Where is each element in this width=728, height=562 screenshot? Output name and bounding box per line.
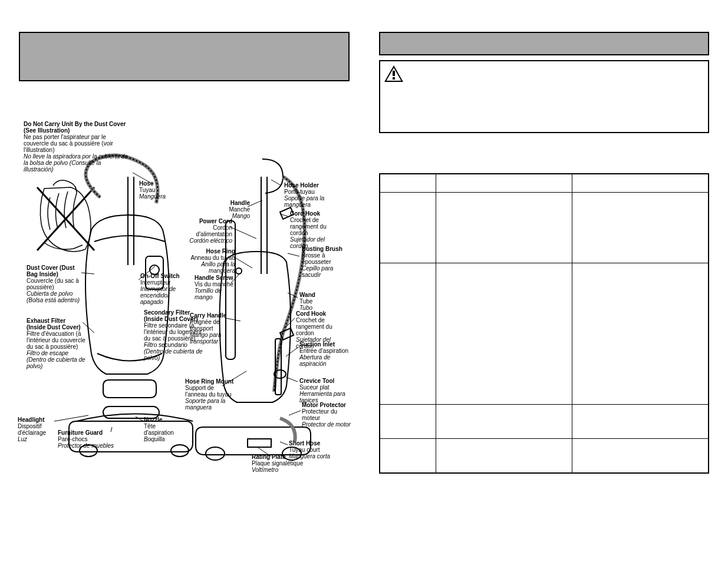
warning-icon — [384, 65, 404, 82]
label-exhaust-filter: Exhaust Filter (Inside Dust Cover)Filtre… — [27, 318, 85, 369]
label-crevice-tool: Crevice ToolSuceur platHerramienta para … — [299, 378, 353, 404]
svg-point-16 — [236, 268, 242, 274]
warning-en: Do Not Carry Unit By the Dust Cover (See… — [24, 121, 130, 134]
table-header-row — [380, 174, 709, 193]
label-on-off: On-Off SwitchInterrupteurInterruptor de … — [140, 273, 187, 305]
right-page — [364, 0, 729, 562]
table-row — [380, 405, 709, 439]
svg-point-13 — [206, 447, 225, 460]
table-row — [380, 263, 709, 405]
table-row — [380, 193, 709, 263]
label-hose: HoseTuyauManguera — [139, 180, 180, 200]
label-furniture-guard: Furniture GuardPare-chocsProtector de mu… — [58, 429, 129, 449]
label-power-cord: Power CordCordon d'alimentationCordón el… — [185, 218, 232, 244]
label-dusting-brush: Dusting BrushBrosse à épousseterCepillo … — [302, 246, 349, 278]
label-hose-holder: Hose HolderPorte-tuyauSoporte para la ma… — [284, 182, 340, 208]
warning-label: Do Not Carry Unit By the Dust Cover (See… — [24, 121, 130, 173]
th-col1 — [380, 174, 436, 193]
label-motor-protector: Motor ProtectorProtecteur du moteurProte… — [302, 402, 352, 428]
warning-es: No lleve la aspiradora por la cubierta d… — [24, 153, 130, 173]
label-wand: WandTubeTubo — [299, 292, 335, 311]
label-headlight: HeadlightDispositif d'éclairageLuz — [18, 416, 62, 442]
label-dust-cover: Dust Cover (Dust Bag Inside)Couvercle (d… — [27, 265, 83, 303]
warning-note-box — [379, 60, 710, 133]
label-suction-inlet: Suction InletEntrée d'aspirationAbertura… — [299, 341, 350, 367]
label-carry-handle: Carry HandlePoignée de transportMango pa… — [190, 312, 237, 345]
label-hose-ring-mount: Hose Ring MountSupport de l'anneau du tu… — [185, 378, 235, 411]
label-cord-hook-upper: Cord HookCrochet de rangement du cordonS… — [290, 210, 343, 249]
svg-rect-15 — [248, 439, 271, 447]
label-hose-ring: Hose RingAnneau du tuyauAnillo para la m… — [185, 248, 235, 274]
label-handle-screw: Handle ScrewVis du mancheTornillo de man… — [195, 275, 236, 300]
left-page: Do Not Carry Unit By the Dust Cover (See… — [0, 0, 364, 562]
left-header-banner — [19, 32, 350, 81]
th-col2 — [436, 174, 572, 193]
parts-diagram: Do Not Carry Unit By the Dust Cover (See… — [18, 121, 344, 474]
svg-rect-44 — [393, 77, 395, 80]
label-rating-plate: Rating Plate Plaque signalétique Voltíme… — [252, 454, 328, 473]
label-nozzle: NozzleTête d'aspirationBoquilla — [144, 416, 185, 442]
svg-rect-43 — [393, 71, 395, 76]
right-header-banner — [379, 32, 710, 55]
label-handle: HandleMancheMango — [215, 200, 250, 219]
troubleshooting-table — [379, 173, 710, 474]
table-row — [380, 439, 709, 473]
warning-fr: Ne pas porter l'aspirateur par le couver… — [24, 134, 130, 153]
th-col3 — [572, 174, 709, 193]
svg-point-8 — [171, 445, 189, 457]
